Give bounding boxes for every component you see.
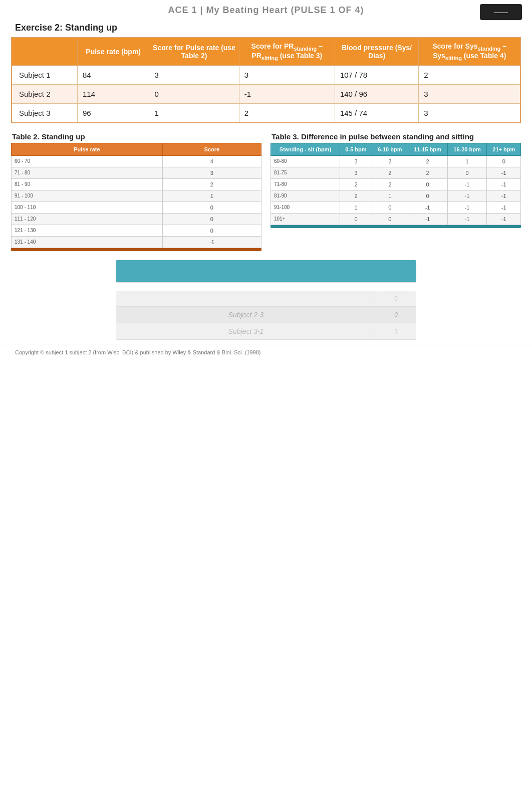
- table3: Standing - sit (bpm)0-5 bpm6-10 bpm11-15…: [271, 143, 521, 225]
- list-item: 60-8032210: [271, 155, 521, 167]
- row3-col5: 145 / 74: [335, 103, 418, 123]
- bottom-row4-label: Subject 3-1: [116, 323, 376, 339]
- col-header-pulse-rate: Pulse rate (bpm): [77, 38, 149, 65]
- row2-col6: 3: [419, 84, 520, 103]
- list-item: 131 - 140-1: [12, 236, 261, 248]
- list-item: 121 - 1300: [12, 225, 261, 236]
- bottom-row3-value: 0: [376, 306, 416, 323]
- table2-col-score: Score: [162, 143, 261, 155]
- row1-col6: 2: [419, 65, 520, 84]
- list-item: 60 - 704: [12, 155, 261, 167]
- page-title: ACE 1 | My Beating Heart (PULSE 1 OF 4): [0, 0, 532, 18]
- list-item: 81-90210-1-1: [271, 190, 521, 202]
- table3-section: Table 3. Difference in pulse between sta…: [271, 132, 521, 251]
- table-row: Subject 3-1 1: [116, 323, 416, 339]
- action-button[interactable]: ——: [480, 4, 522, 20]
- bottom-row3-label: Subject 2-3: [116, 306, 376, 323]
- bottom-row2-value: 0: [376, 291, 416, 306]
- list-item: 100 - 1100: [12, 202, 261, 213]
- row3-col2: 96: [77, 103, 149, 123]
- row2-col1: Subject 2: [12, 84, 77, 103]
- table2-footer: [11, 248, 261, 251]
- main-table-wrapper: Pulse rate (bpm) Score for Pulse rate (u…: [0, 37, 532, 123]
- list-item: 91-10010-1-1-1: [271, 202, 521, 213]
- table2-title: Table 2. Standing up: [11, 132, 261, 141]
- row1-col4: 3: [239, 65, 335, 84]
- table-row: Subject 18433107 / 782: [12, 65, 520, 84]
- main-data-table: Pulse rate (bpm) Score for Pulse rate (u…: [11, 37, 521, 123]
- table2: Pulse rate Score 60 - 70471 - 80381 - 90…: [11, 143, 261, 248]
- table-row: [116, 282, 416, 291]
- exercise-title: Exercise 2: Standing up: [0, 18, 532, 37]
- row2-col5: 140 / 96: [335, 84, 418, 103]
- footer-note: Copyright © subject 1 subject 2 (from Wi…: [0, 344, 532, 360]
- bottom-section: 0 Subject 2-3 0 Subject 3-1 1: [0, 260, 532, 340]
- row1-col2: 84: [77, 65, 149, 84]
- table2-col-pulse: Pulse rate: [12, 143, 163, 155]
- col-header-score-pulse: Score for Pulse rate (use Table 2): [149, 38, 239, 65]
- list-item: 71 - 803: [12, 167, 261, 178]
- col-header-blood-pressure: Blood pressure (Sys/ Dias): [335, 38, 418, 65]
- subtables-section: Table 2. Standing up Pulse rate Score 60…: [0, 132, 532, 251]
- list-item: 71-80220-1-1: [271, 178, 521, 190]
- bottom-header-bar: [116, 260, 416, 282]
- table-row: Subject 21140-1140 / 963: [12, 84, 520, 103]
- col-header-score-pr: Score for PRstanding – PRsitting (use Ta…: [239, 38, 335, 65]
- row3-col1: Subject 3: [12, 103, 77, 123]
- row2-col2: 114: [77, 84, 149, 103]
- row1-col5: 107 / 78: [335, 65, 418, 84]
- row1-col1: Subject 1: [12, 65, 77, 84]
- table2-section: Table 2. Standing up Pulse rate Score 60…: [11, 132, 261, 251]
- table-row: Subject 2-3 0: [116, 306, 416, 323]
- col-header-score-sys: Score for Sysstanding – Syssitting (use …: [419, 38, 520, 65]
- row3-col4: 2: [239, 103, 335, 123]
- row2-col4: -1: [239, 84, 335, 103]
- list-item: 81 - 902: [12, 178, 261, 190]
- bottom-table: 0 Subject 2-3 0 Subject 3-1 1: [116, 282, 416, 340]
- list-item: 81-753220-1: [271, 167, 521, 178]
- col-header-subject: [12, 38, 77, 65]
- row1-col3: 3: [149, 65, 239, 84]
- list-item: 111 - 1200: [12, 213, 261, 225]
- list-item: 101+00-1-1-1: [271, 213, 521, 225]
- bottom-row2-label: [116, 291, 376, 306]
- bottom-row1-label: [116, 282, 376, 291]
- row2-col3: 0: [149, 84, 239, 103]
- table3-title: Table 3. Difference in pulse between sta…: [271, 132, 521, 141]
- row3-col3: 1: [149, 103, 239, 123]
- table3-footer: [271, 225, 521, 228]
- bottom-table-wrapper: 0 Subject 2-3 0 Subject 3-1 1: [116, 260, 416, 340]
- bottom-row1-value: [376, 282, 416, 291]
- row3-col6: 3: [419, 103, 520, 123]
- bottom-row4-value: 1: [376, 323, 416, 339]
- table-row: Subject 39612145 / 743: [12, 103, 520, 123]
- table-row: 0: [116, 291, 416, 306]
- list-item: 91 - 1001: [12, 190, 261, 202]
